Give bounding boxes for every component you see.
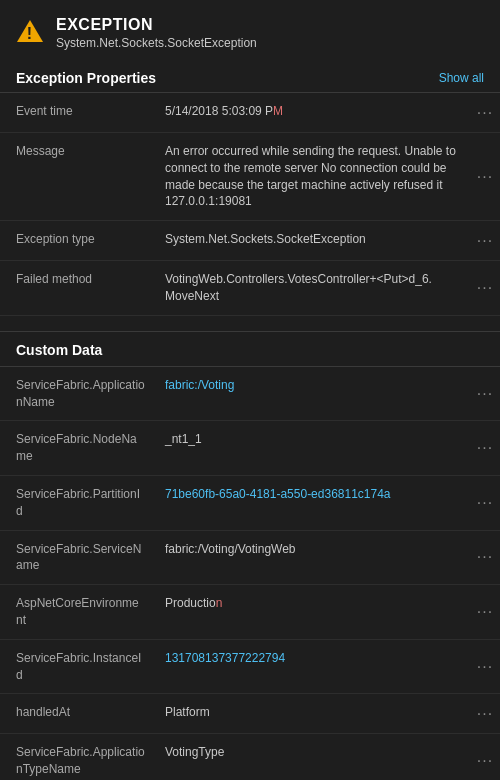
table-row: ServiceFabric.ApplicationName fabric:/Vo… (0, 367, 500, 422)
row-actions-event-time[interactable]: ··· (470, 93, 500, 132)
row-value-instance-id: 131708137377222794 (155, 640, 470, 694)
row-key-event-time: Event time (0, 93, 155, 132)
row-value-exception-type: System.Net.Sockets.SocketException (155, 221, 470, 260)
svg-text:!: ! (27, 25, 32, 42)
custom-data-header: Custom Data (0, 332, 500, 367)
row-actions-service-name[interactable]: ··· (470, 531, 500, 585)
table-row: Message An error occurred while sending … (0, 133, 500, 221)
exception-subtitle: System.Net.Sockets.SocketException (56, 36, 257, 50)
exception-title-block: EXCEPTION System.Net.Sockets.SocketExcep… (56, 16, 257, 50)
row-value-app-name: fabric:/Voting (155, 367, 470, 421)
table-row: ServiceFabric.InstanceId 131708137377222… (0, 640, 500, 695)
row-value-partition-id: 71be60fb-65a0-4181-a550-ed36811c174a (155, 476, 470, 530)
row-key-app-name: ServiceFabric.ApplicationName (0, 367, 155, 421)
exception-header: ! EXCEPTION System.Net.Sockets.SocketExc… (0, 0, 500, 62)
row-value-message: An error occurred while sending the requ… (155, 133, 470, 220)
row-value-app-type-name: VotingType (155, 734, 470, 780)
row-value-aspnet-env: Production (155, 585, 470, 639)
row-value-failed-method: VotingWeb.Controllers.VotesController+<P… (155, 261, 470, 315)
table-row: Failed method VotingWeb.Controllers.Vote… (0, 261, 500, 316)
row-actions-failed-method[interactable]: ··· (470, 261, 500, 315)
row-actions-node-name[interactable]: ··· (470, 421, 500, 475)
row-actions-handled-at[interactable]: ··· (470, 694, 500, 733)
row-key-service-name: ServiceFabric.ServiceName (0, 531, 155, 585)
show-all-link[interactable]: Show all (439, 71, 484, 85)
exception-properties-header: Exception Properties Show all (0, 62, 500, 93)
exception-title: EXCEPTION (56, 16, 257, 34)
row-value-handled-at: Platform (155, 694, 470, 733)
table-row: handledAt Platform ··· (0, 694, 500, 734)
table-row: Exception type System.Net.Sockets.Socket… (0, 221, 500, 261)
table-row: ServiceFabric.ServiceName fabric:/Voting… (0, 531, 500, 586)
row-key-partition-id: ServiceFabric.PartitionId (0, 476, 155, 530)
row-actions-aspnet-env[interactable]: ··· (470, 585, 500, 639)
row-actions-instance-id[interactable]: ··· (470, 640, 500, 694)
row-value-node-name: _nt1_1 (155, 421, 470, 475)
section-divider (0, 316, 500, 332)
exception-properties-table: Event time 5/14/2018 5:03:09 PM ··· Mess… (0, 93, 500, 316)
row-key-exception-type: Exception type (0, 221, 155, 260)
custom-data-title: Custom Data (16, 342, 102, 358)
row-actions-app-type-name[interactable]: ··· (470, 734, 500, 780)
table-row: ServiceFabric.ApplicationTypeName Voting… (0, 734, 500, 780)
exception-properties-title: Exception Properties (16, 70, 156, 86)
row-actions-partition-id[interactable]: ··· (470, 476, 500, 530)
warning-triangle-icon: ! (16, 17, 44, 45)
table-row: ServiceFabric.PartitionId 71be60fb-65a0-… (0, 476, 500, 531)
row-actions-exception-type[interactable]: ··· (470, 221, 500, 260)
row-key-instance-id: ServiceFabric.InstanceId (0, 640, 155, 694)
row-key-handled-at: handledAt (0, 694, 155, 733)
custom-data-table: ServiceFabric.ApplicationName fabric:/Vo… (0, 367, 500, 780)
row-actions-message[interactable]: ··· (470, 133, 500, 220)
row-value-service-name: fabric:/Voting/VotingWeb (155, 531, 470, 585)
row-key-node-name: ServiceFabric.NodeName (0, 421, 155, 475)
row-key-failed-method: Failed method (0, 261, 155, 315)
row-value-event-time: 5/14/2018 5:03:09 PM (155, 93, 470, 132)
row-actions-app-name[interactable]: ··· (470, 367, 500, 421)
row-key-app-type-name: ServiceFabric.ApplicationTypeName (0, 734, 155, 780)
table-row: ServiceFabric.NodeName _nt1_1 ··· (0, 421, 500, 476)
table-row: AspNetCoreEnvironment Production ··· (0, 585, 500, 640)
row-key-aspnet-env: AspNetCoreEnvironment (0, 585, 155, 639)
table-row: Event time 5/14/2018 5:03:09 PM ··· (0, 93, 500, 133)
row-key-message: Message (0, 133, 155, 220)
